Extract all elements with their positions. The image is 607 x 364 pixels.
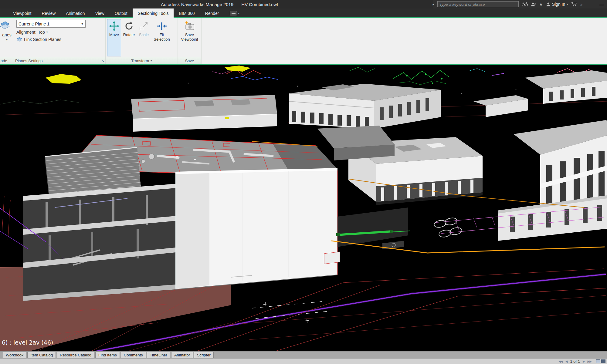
dock-tab-find-items[interactable]: Find Items: [95, 352, 120, 358]
sheet-page-indicator: 1 of 1: [570, 359, 580, 364]
dock-tab-timeliner[interactable]: TimeLiner: [147, 352, 170, 358]
link-section-planes-button[interactable]: Link Section Planes: [16, 37, 103, 42]
title-bar: Autodesk Navisworks Manage 2019 HV Combi…: [0, 0, 607, 8]
sheet-browser-toggles: [596, 359, 605, 363]
link-section-planes-label: Link Section Planes: [24, 37, 61, 42]
infocenter: ▸ ★ Sign In ▾: [433, 0, 607, 8]
ribbon-display-toggle[interactable]: ▾: [230, 8, 240, 18]
planes-button-label-fragment[interactable]: anes: [2, 32, 11, 37]
dock-tab-comments[interactable]: Comments: [121, 352, 146, 358]
tab-sectioning-tools[interactable]: Sectioning Tools: [133, 8, 174, 18]
alignment-dropdown[interactable]: Alignment: Top ▾: [16, 30, 103, 35]
link-section-planes-icon: [16, 37, 22, 42]
ribbon-group-mode-clipped: anes ▾ ode: [0, 18, 14, 64]
fit-selection-button[interactable]: Fit Selection: [152, 19, 172, 56]
user-icon: [546, 2, 551, 7]
application-window: Autodesk Navisworks Manage 2019 HV Combi…: [0, 0, 607, 364]
ribbon-group-save: Save Viewpoint Save: [178, 18, 202, 64]
ribbon-group-planes-settings: Current: Plane 1 ▾ Alignment: Top ▾ Link…: [14, 18, 106, 64]
status-bar: ◀◀ ◀ 1 of 1 ▶ ▶▶: [0, 358, 607, 364]
alignment-caret-icon: ▾: [46, 31, 48, 34]
dock-tab-workbook[interactable]: Workbook: [3, 352, 26, 358]
rotate-icon: [124, 21, 134, 31]
nav-prev-sheet-button[interactable]: ◀: [565, 360, 568, 363]
favorites-star-icon[interactable]: ★: [539, 2, 543, 7]
move-icon: [109, 21, 119, 31]
app-title: Autodesk Navisworks Manage 2019: [161, 2, 233, 7]
sheet-browser-icon[interactable]: [596, 359, 600, 363]
save-viewpoint-camera-icon: [185, 21, 195, 31]
ribbon-group-transform: Move Rotate Scale: [106, 18, 178, 64]
dock-tab-scripter[interactable]: Scripter: [194, 352, 214, 358]
ribbon-empty-area: [202, 18, 607, 64]
tab-animation[interactable]: Animation: [61, 8, 90, 18]
current-plane-value: Current: Plane 1: [19, 22, 80, 26]
3d-model-canvas[interactable]: 6) : level 2av (46): [0, 65, 607, 351]
nav-last-sheet-button[interactable]: ▶▶: [588, 360, 592, 363]
move-button[interactable]: Move: [107, 19, 121, 56]
dialog-launcher-icon[interactable]: ↘: [102, 59, 104, 62]
document-name: HV Combined.nwf: [241, 2, 278, 7]
search-input[interactable]: [437, 1, 519, 7]
transform-group-caret-icon[interactable]: ▾: [151, 59, 152, 62]
transform-group-label: Transform: [131, 59, 149, 63]
scale-icon: [139, 21, 149, 31]
save-viewpoint-label: Save Viewpoint: [180, 33, 199, 42]
dock-tab-bar: Workbook Item Catalog Resource Catalog F…: [0, 351, 607, 358]
dock-tab-animator[interactable]: Animator: [171, 352, 193, 358]
rotate-label: Rotate: [123, 33, 135, 37]
section-plane-icon: [0, 20, 10, 31]
ribbon-tab-bar: Viewpoint Review Animation View Output S…: [0, 8, 607, 18]
ribbon: anes ▾ ode Current: Plane 1 ▾ Alignment:…: [0, 18, 607, 65]
tab-view[interactable]: View: [90, 8, 110, 18]
window-minimize-button[interactable]: —: [599, 2, 604, 7]
search-history-arrow-icon[interactable]: ▸: [433, 2, 435, 6]
planes-button-caret-icon[interactable]: ▾: [6, 38, 8, 41]
sheet-browser-dark-icon[interactable]: [601, 359, 605, 363]
fit-selection-label: Fit Selection: [152, 33, 171, 42]
window-title: Autodesk Navisworks Manage 2019 HV Combi…: [161, 0, 278, 8]
dock-tab-item-catalog[interactable]: Item Catalog: [27, 352, 56, 358]
viewport-3d: 6) : level 2av (46): [0, 65, 607, 351]
app-store-cart-icon[interactable]: [571, 2, 577, 7]
combo-caret-icon[interactable]: ▾: [80, 22, 85, 25]
tab-review[interactable]: Review: [36, 8, 61, 18]
scale-button[interactable]: Scale: [137, 19, 151, 56]
pen-tool-icon: [230, 11, 237, 15]
ribbon-display-caret-icon: ▾: [238, 12, 240, 15]
current-plane-combobox[interactable]: Current: Plane 1 ▾: [16, 20, 86, 28]
mode-group-label-fragment: ode: [1, 59, 7, 63]
toolbar-overflow-icon[interactable]: »: [580, 2, 582, 7]
alignment-value: Top: [38, 30, 45, 35]
binoculars-search-icon[interactable]: [522, 2, 528, 7]
fit-selection-icon: [157, 21, 167, 31]
sign-in-caret-icon: ▾: [567, 3, 568, 6]
sign-in-label: Sign In: [552, 2, 565, 7]
rotate-button[interactable]: Rotate: [122, 19, 136, 56]
tab-render[interactable]: Render: [200, 8, 224, 18]
share-user-icon[interactable]: [531, 2, 536, 7]
tab-bim-360[interactable]: BIM 360: [174, 8, 200, 18]
alignment-label: Alignment:: [16, 30, 36, 35]
save-group-label: Save: [185, 59, 194, 63]
scale-label: Scale: [139, 33, 149, 37]
sign-in-button[interactable]: Sign In ▾: [546, 2, 568, 7]
nav-next-sheet-button[interactable]: ▶: [583, 360, 585, 363]
selection-status-text: 6) : level 2av (46): [2, 339, 53, 346]
nav-first-sheet-button[interactable]: ◀◀: [558, 360, 562, 363]
tab-viewpoint[interactable]: Viewpoint: [8, 8, 36, 18]
move-label: Move: [109, 33, 119, 37]
planes-settings-group-label: Planes Settings: [15, 59, 42, 63]
dock-tab-resource-catalog[interactable]: Resource Catalog: [57, 352, 94, 358]
tab-output[interactable]: Output: [110, 8, 133, 18]
save-viewpoint-button[interactable]: Save Viewpoint: [180, 19, 200, 56]
